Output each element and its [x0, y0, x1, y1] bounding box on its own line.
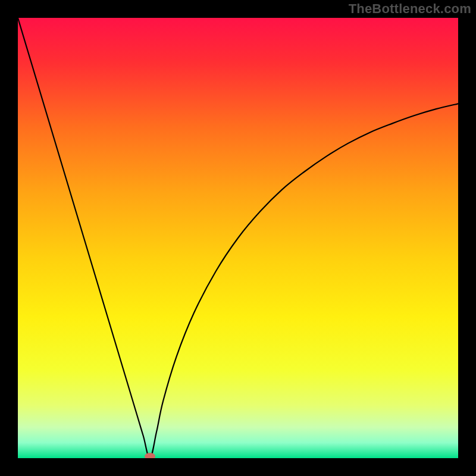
- chart-frame: TheBottleneck.com: [0, 0, 476, 476]
- watermark-text: TheBottleneck.com: [349, 1, 471, 17]
- chart-svg: [18, 18, 458, 458]
- chart-plot-area: [18, 18, 458, 458]
